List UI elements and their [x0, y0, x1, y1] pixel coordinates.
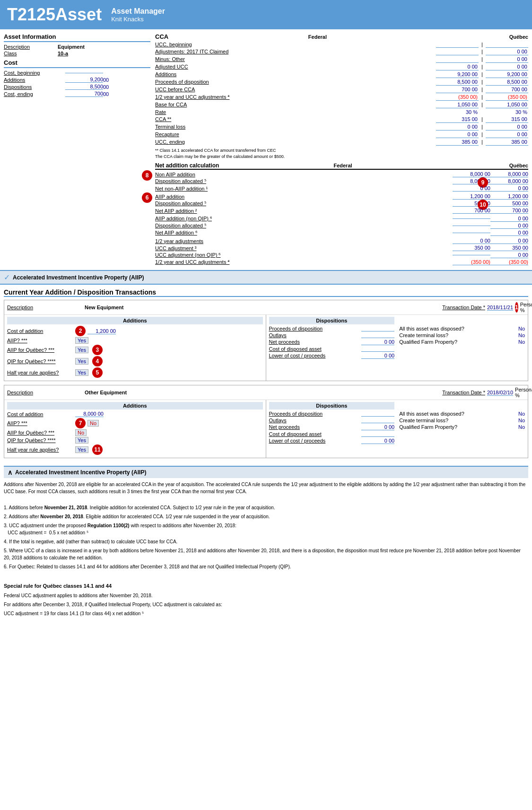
cost-section: Cost, beginning Additions 9,200 00 Dispo…	[4, 70, 150, 97]
disp-allocated-2-row: Disposition allocated ⁵ 10 500 00 500 00	[155, 200, 528, 207]
trans-2-lower-cost-value[interactable]: 0 00	[361, 438, 394, 444]
trans-1-aiip-que-row: AIIP for Québec? *** Yes 3	[7, 345, 263, 355]
trans-2-aiip-que-value[interactable]: No	[75, 429, 87, 436]
badge-7: 7	[75, 418, 86, 428]
trans-1-half-year-row: Half year rule applies? Yes 5	[7, 367, 263, 378]
trans-2-outlays-value[interactable]	[361, 418, 394, 423]
lower-of-cost-label: Lower of cost / proceeds	[269, 353, 362, 359]
cca-footnote: ** Class 14.1 accelerated CCA for amount…	[155, 148, 528, 159]
minus-other-fed	[436, 56, 479, 63]
trans-2-half-year-value[interactable]: Yes	[75, 446, 88, 453]
half-year-ucc-adj-fed: (350 00)	[436, 94, 479, 101]
trans-2-create-terminal-row: Create terminal loss? No	[399, 418, 525, 423]
trans-2-disp-right: . All this asset was disposed? No Create…	[399, 402, 525, 445]
ucc-ending-label: UCC, ending	[155, 139, 436, 146]
ucc-ending-fed: 385 00	[436, 139, 479, 146]
trans-2-all-disposed-row: All this asset was disposed? No	[399, 411, 525, 417]
rate-que: 30 %	[486, 109, 528, 115]
non-aiip-label: Non AIIP addition	[155, 172, 453, 177]
cost-addition-value[interactable]: 1,200 00	[87, 328, 116, 334]
cost-dispositions-amount: 8,500	[65, 84, 103, 90]
trans-2-net-proceeds-value[interactable]: 0 00	[361, 424, 394, 430]
trans-2-aiip-que-label: AIIP for Québec? ***	[7, 430, 73, 435]
trans-2-cost-disposed-value[interactable]	[361, 431, 394, 437]
ucc-adj-3-label: UCC adjustment ³	[155, 245, 453, 251]
trans-2-qip-value[interactable]: Yes	[75, 437, 88, 444]
badge-11: 11	[92, 444, 103, 455]
disp-allocated-3-que: 0 00	[490, 223, 528, 229]
net-addition-section: Net addition calculation Federal Québec …	[155, 162, 528, 265]
cost-beginning-amount	[65, 73, 103, 73]
create-terminal-value[interactable]: No	[506, 332, 525, 338]
qual-farm-label: Qualified Farm Property?	[399, 339, 506, 345]
proceeds-value[interactable]	[361, 326, 394, 331]
header-subtitle: Asset Manager Knit Knacks	[111, 7, 165, 23]
disp-allocated-1-row: Disposition allocated ⁵ 9 8,000 00 8,000…	[155, 178, 528, 184]
trans-2-create-terminal-value[interactable]: No	[506, 418, 525, 423]
notes-item-4: 4. If the total is negative, add (rather…	[4, 538, 528, 545]
trans-2-qual-farm-value[interactable]: No	[506, 424, 525, 430]
ucc-beginning-fed	[436, 41, 479, 48]
net-proceeds-value[interactable]: 0 00	[361, 339, 394, 345]
app-name: Asset Manager	[111, 7, 165, 16]
description-value: Equipment	[58, 44, 150, 50]
cost-dispositions-cents: 00	[103, 84, 113, 90]
all-disposed-value[interactable]: No	[506, 326, 525, 331]
trans-2-proceeds-value[interactable]	[361, 411, 394, 417]
trans-1-qip-row: QIP for Québec? **** Yes 4	[7, 356, 263, 366]
notes-intro: Additions after November 20, 2018 are el…	[4, 481, 528, 495]
trans-2-all-disposed-value[interactable]: No	[506, 411, 525, 417]
cost-disposed-value[interactable]	[361, 346, 394, 352]
trans-2-proceeds-row: Proceeds of disposition	[269, 411, 395, 417]
trans-2-aiip-label: AIIP? ***	[7, 420, 73, 426]
half-year-ucc-adj-label: 1/2 year and UCC adjustments ⁴	[155, 94, 436, 101]
badge-3: 3	[92, 345, 103, 355]
aiip-top-label: Accelerated Investment Incentive Propert…	[13, 274, 144, 281]
main-content: Asset Information Description Equipment …	[0, 29, 532, 270]
ucc-before-cca-fed: 700 00	[436, 86, 479, 93]
cca-amount-label: CCA **	[155, 116, 436, 123]
transaction-2: Description Other Equipment Transaction …	[4, 385, 528, 458]
trans-2-all-disposed-label: All this asset was disposed?	[399, 411, 506, 417]
net-aiip-6-fed	[453, 233, 490, 233]
aiip-que-value[interactable]: Yes	[75, 347, 88, 353]
trans-1-desc-value: New Equipment	[85, 305, 321, 310]
cost-beginning-label: Cost, beginning	[4, 70, 65, 76]
terminal-loss-label: Terminal loss	[155, 123, 436, 131]
adj-itc-fed	[436, 48, 479, 55]
net-aiip-6-label: Net AIIP addition ⁶	[155, 230, 453, 236]
ucc-adj-3-fed: 350 00	[453, 245, 490, 251]
lower-of-cost-row: Lower of cost / proceeds 0 00	[269, 353, 395, 359]
notes-item-5: 5. Where UCC of a class is increased in …	[4, 547, 528, 561]
ucc-adj-non-qip-row: UCC adjustment (non QIP) ⁶ 0 00	[155, 252, 528, 258]
cost-addition-label: Cost of addition	[7, 328, 73, 334]
adj-ucc-label: Adjusted UCC	[155, 63, 436, 70]
aiip-value[interactable]: Yes	[75, 337, 88, 344]
cost-dispositions-label: Dispositions	[4, 84, 65, 90]
half-year-value[interactable]: Yes	[75, 369, 88, 376]
special-rule-line-3: UCC adjustment = 19 for class 14.1 (3 fo…	[4, 610, 528, 617]
ucc-adj-non-qip-que: 0 00	[490, 252, 528, 258]
trans-1-dispositions: Dispositions Proceeds of disposition Out…	[266, 315, 528, 381]
minus-other-que: 0 00	[486, 56, 528, 63]
outlays-value[interactable]	[361, 332, 394, 338]
lower-of-cost-value[interactable]: 0 00	[361, 353, 394, 359]
ucc-before-cca-label: UCC before CCA	[155, 86, 436, 93]
trans-1-disp-left: Dispositions Proceeds of disposition Out…	[269, 317, 395, 360]
qip-value[interactable]: Yes	[75, 358, 88, 365]
trans-2-aiip-value[interactable]: No	[87, 420, 99, 427]
aiip-addition-que: 1,200 00	[490, 193, 528, 200]
cca-title: CCA	[155, 33, 168, 40]
trans-1-disp-right: . All this asset was disposed? No Create…	[399, 317, 525, 360]
disp-allocated-3-row: Disposition allocated ⁵ 0 00	[155, 223, 528, 229]
trans-2-cost-value[interactable]: 8,000 00	[75, 411, 104, 417]
net-proceeds-label: Net proceeds	[269, 339, 362, 345]
cost-row-ending: Cost, ending 700 00	[4, 91, 150, 97]
aiip-non-qip-label: AIIP addition (non QIP) ⁶	[155, 216, 453, 222]
non-aiip-que: 8,000 00	[490, 171, 528, 177]
page-header: T2125Asset Asset Manager Knit Knacks	[0, 0, 532, 29]
cca-grid: UCC, beginning | Adjustments: 2017 ITC C…	[155, 41, 528, 146]
trans-2-desc-value: Other Equipment	[85, 390, 321, 395]
disp-allocated-2-label: Disposition allocated ⁵	[155, 200, 453, 207]
qual-farm-value[interactable]: No	[506, 339, 525, 345]
